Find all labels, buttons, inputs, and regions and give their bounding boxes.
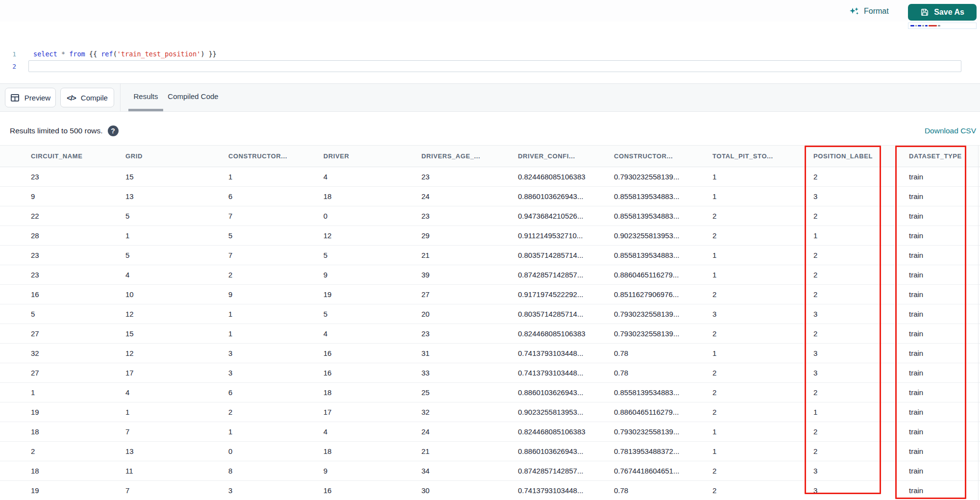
table-cell: 21 (412, 246, 510, 265)
column-header[interactable]: POSITION_LABEL (801, 146, 892, 167)
table-row: 23575210.8035714285714...0.8558139534883… (0, 246, 980, 265)
table-cell: 2 (801, 265, 892, 285)
table-row: 913618240.8860103626943...0.855813953488… (0, 187, 980, 206)
table-cell: 0.8511627906976... (608, 285, 706, 304)
table-right-border (978, 145, 979, 500)
table-cell: 2 (706, 383, 801, 402)
table-cell: 0.824468085106383 (510, 324, 608, 344)
table-cell: 0.7930232558139... (608, 324, 706, 344)
table-cell: 2 (801, 206, 892, 226)
compile-button[interactable]: </> Compile (60, 88, 114, 107)
table-cell: 12 (314, 226, 412, 246)
table-cell: 23 (0, 167, 113, 187)
table-cell: 16 (314, 344, 412, 363)
table-cell: 0.7413793103448... (510, 481, 608, 500)
table-cell: 2 (801, 285, 892, 304)
results-meta-bar: Results limited to 500 rows. ? Download … (0, 112, 980, 145)
table-cell: 1 (706, 442, 801, 461)
table-cell: train (892, 442, 980, 461)
column-header[interactable]: GRID (113, 146, 216, 167)
table-cell: 27 (0, 324, 113, 344)
table-cell: 0.78 (608, 363, 706, 383)
table-cell: 1 (801, 226, 892, 246)
preview-button-label: Preview (24, 94, 50, 102)
column-header[interactable]: TOTAL_PIT_STO... (706, 146, 801, 167)
line-number: 2 (0, 63, 20, 70)
table-cell: train (892, 363, 980, 383)
sql-token: ( (113, 50, 117, 58)
table-cell: 2 (706, 285, 801, 304)
tab-results[interactable]: Results (128, 84, 163, 111)
table-cell: 12 (113, 304, 216, 324)
table-cell: 1 (706, 167, 801, 187)
table-grid-icon (10, 93, 20, 102)
table-cell: 3 (216, 344, 314, 363)
table-cell: train (892, 265, 980, 285)
table-cell: 19 (314, 285, 412, 304)
table-cell: 6 (216, 187, 314, 206)
table-cell: 0.8742857142857... (510, 265, 608, 285)
table-cell: 17 (314, 402, 412, 422)
table-cell: 11 (113, 461, 216, 481)
line-number: 1 (0, 50, 20, 58)
table-cell: 18 (314, 442, 412, 461)
column-header[interactable]: CONSTRUCTOR... (216, 146, 314, 167)
column-header[interactable]: CIRCUIT_NAME (0, 146, 113, 167)
table-cell: 4 (113, 383, 216, 402)
table-cell: 2 (706, 481, 801, 500)
preview-button[interactable]: Preview (5, 88, 56, 107)
table-cell: 5 (0, 304, 113, 324)
sql-token: 'train_test_position' (117, 50, 201, 58)
table-cell: 0.8558139534883... (608, 206, 706, 226)
table-cell: 0.8860465116279... (608, 265, 706, 285)
table-cell: 2 (706, 226, 801, 246)
table-cell: 0.8742857142857... (510, 461, 608, 481)
format-button[interactable]: Format (846, 4, 892, 18)
save-as-button[interactable]: Save As (908, 4, 977, 21)
table-row: 181189340.8742857142857...0.767441860465… (0, 461, 980, 481)
table-cell: 1 (113, 402, 216, 422)
column-header[interactable]: DRIVER (314, 146, 412, 167)
tab-compiled-code[interactable]: Compiled Code (168, 84, 219, 111)
table-cell: train (892, 481, 980, 500)
table-cell: 1 (216, 167, 314, 187)
table-cell: 12 (113, 344, 216, 363)
table-cell: 9 (314, 461, 412, 481)
table-cell: 28 (0, 226, 113, 246)
column-header[interactable]: DRIVERS_AGE_... (412, 146, 510, 167)
table-cell: 34 (412, 461, 510, 481)
code-editor[interactable]: 1 select * from {{ ref('train_test_posit… (0, 22, 980, 83)
editor-minimap[interactable] (908, 23, 977, 29)
column-header[interactable]: DRIVER_CONFI... (510, 146, 608, 167)
question-circle-icon[interactable]: ? (108, 125, 119, 136)
table-cell: train (892, 285, 980, 304)
table-cell: 3 (801, 344, 892, 363)
table-cell: 18 (314, 187, 412, 206)
table-cell: 2 (216, 402, 314, 422)
table-cell: 0.8860465116279... (608, 402, 706, 422)
minimap-mark (918, 25, 921, 26)
table-cell: 3 (216, 481, 314, 500)
table-cell: 0.8558139534883... (608, 383, 706, 402)
sql-token: {{ (85, 50, 101, 58)
table-cell: 4 (314, 324, 412, 344)
tab-results-label: Results (133, 92, 158, 100)
table-cell: 0 (216, 442, 314, 461)
table-cell: 1 (216, 324, 314, 344)
code-line-2: 2 (0, 61, 965, 72)
column-header[interactable]: DATASET_TYPE (892, 146, 980, 167)
table-cell: 23 (412, 206, 510, 226)
table-cell: 0.7930232558139... (608, 304, 706, 324)
column-header[interactable]: CONSTRUCTOR... (608, 146, 706, 167)
table-cell: 1 (706, 265, 801, 285)
table-cell: 24 (412, 187, 510, 206)
table-cell: 0.78 (608, 481, 706, 500)
table-cell: 20 (412, 304, 510, 324)
download-csv-link[interactable]: Download CSV (925, 126, 976, 135)
table-cell: 1 (706, 422, 801, 442)
table-cell: train (892, 383, 980, 402)
table-cell: 1 (706, 187, 801, 206)
sql-token (57, 50, 61, 58)
table-cell: 0.824468085106383 (510, 422, 608, 442)
table-cell: 13 (113, 187, 216, 206)
